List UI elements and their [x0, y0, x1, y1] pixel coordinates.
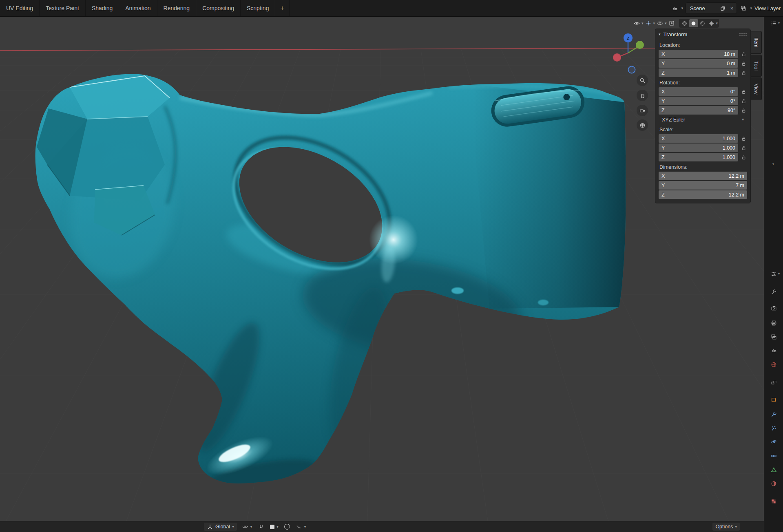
scale-y-field[interactable]: Y1.000 — [659, 143, 738, 152]
properties-editor-type-icon[interactable] — [769, 269, 778, 278]
tab-shading[interactable]: Shading — [86, 0, 119, 16]
tab-texture-paint[interactable]: Texture Paint — [40, 0, 86, 16]
axis-x-ball — [613, 53, 621, 62]
properties-tab-tool[interactable] — [769, 287, 778, 296]
chevron-down-icon[interactable]: ▾ — [653, 22, 655, 25]
collapse-arrow-icon[interactable]: ▾ — [772, 162, 774, 166]
properties-tab-output[interactable] — [769, 318, 778, 327]
rotation-mode-dropdown[interactable]: XYZ Euler ▾ — [659, 115, 747, 124]
view-layer-icon[interactable] — [739, 4, 748, 12]
proportional-falloff-dropdown[interactable]: ▾ — [295, 523, 307, 531]
chevron-down-icon: ▾ — [276, 525, 279, 529]
axis-x-line — [0, 48, 655, 51]
chevron-down-icon[interactable]: ▾ — [681, 7, 683, 10]
workspace-tabs: UV Editing Texture Paint Shading Animati… — [0, 0, 290, 16]
sidebar-tab-view[interactable]: View — [751, 77, 762, 100]
properties-tab-collection[interactable] — [769, 378, 778, 387]
scene-browse-icon[interactable] — [670, 4, 679, 12]
viewport-canvas[interactable] — [0, 16, 764, 532]
pivot-point-dropdown[interactable]: ▾ — [241, 523, 253, 531]
options-dropdown[interactable]: Options ▾ — [712, 523, 740, 531]
location-y-field[interactable]: Y0 m — [659, 59, 738, 68]
xray-toggle-icon[interactable] — [667, 19, 676, 28]
shading-rendered-icon[interactable] — [707, 19, 716, 27]
camera-view-button[interactable] — [637, 105, 648, 116]
lock-open-icon[interactable] — [740, 136, 747, 141]
rotation-x-field[interactable]: X0° — [659, 87, 738, 96]
unlink-scene-icon[interactable]: × — [730, 5, 734, 11]
properties-tab-material[interactable] — [769, 479, 778, 488]
axis-z-label: Z — [627, 36, 630, 41]
view-layer-name[interactable]: View Layer — [754, 5, 781, 11]
lock-open-icon[interactable] — [740, 108, 747, 113]
properties-tab-modifiers[interactable] — [769, 410, 778, 419]
add-workspace-button[interactable]: + — [275, 0, 289, 16]
proportional-editing-toggle[interactable] — [283, 523, 291, 531]
outliner-editor-icon[interactable] — [769, 19, 778, 28]
location-label: Location: — [659, 42, 746, 48]
chevron-down-icon: ▾ — [232, 525, 234, 529]
navigation-gizmo[interactable]: Z — [608, 24, 649, 77]
properties-tab-view-layer[interactable] — [769, 332, 778, 341]
mesh-object[interactable] — [35, 74, 626, 497]
lock-open-icon[interactable] — [740, 155, 747, 160]
tab-compositing[interactable]: Compositing — [196, 0, 241, 16]
viewport-3d[interactable]: ▾ ▾ ▾ ▾ Z ▾ Tra — [0, 16, 764, 532]
tab-scripting[interactable]: Scripting — [241, 0, 275, 16]
shading-material-icon[interactable] — [698, 19, 707, 27]
properties-tab-particles[interactable] — [769, 424, 778, 433]
scale-z-field[interactable]: Z1.000 — [659, 153, 738, 161]
pivot-icon — [242, 523, 248, 530]
properties-tab-texture[interactable] — [769, 497, 778, 506]
chevron-down-icon[interactable]: ▾ — [665, 22, 667, 25]
properties-tab-object-data[interactable] — [769, 465, 778, 474]
tab-uv-editing[interactable]: UV Editing — [0, 0, 40, 16]
perspective-toggle-button[interactable] — [637, 119, 648, 131]
lock-open-icon[interactable] — [740, 51, 747, 57]
lock-open-icon[interactable] — [740, 89, 747, 95]
properties-tab-constraints[interactable] — [769, 451, 778, 460]
panel-title: Transform — [664, 31, 688, 38]
right-rail: ▾ ▾ ▾ — [764, 16, 783, 532]
snap-toggle-button[interactable] — [257, 523, 265, 531]
chevron-down-icon[interactable]: ▾ — [778, 272, 780, 276]
chevron-down-icon[interactable]: ▾ — [750, 7, 752, 10]
lock-open-icon[interactable] — [740, 70, 747, 76]
shading-wireframe-icon[interactable] — [680, 19, 689, 27]
chevron-down-icon: ▾ — [250, 525, 252, 529]
scale-x-field[interactable]: X1.000 — [659, 134, 738, 143]
axis-y-ball — [636, 41, 644, 49]
new-scene-icon[interactable] — [719, 4, 727, 12]
dimensions-x-field[interactable]: X12.2 m — [659, 172, 747, 180]
properties-tab-scene[interactable] — [769, 346, 778, 355]
shading-solid-icon[interactable] — [689, 19, 698, 27]
properties-tab-render[interactable] — [769, 304, 778, 313]
chevron-down-icon[interactable]: ▾ — [716, 22, 718, 25]
tab-rendering[interactable]: Rendering — [157, 0, 197, 16]
location-z-field[interactable]: Z1 m — [659, 68, 738, 77]
lock-open-icon[interactable] — [740, 98, 747, 104]
zoom-button[interactable] — [637, 75, 648, 86]
lock-open-icon[interactable] — [740, 145, 747, 151]
sidebar-tab-tool[interactable]: Tool — [751, 55, 762, 77]
sidebar-tab-item[interactable]: Item — [751, 31, 762, 54]
transform-panel-header[interactable]: ▾ Transform — [655, 29, 750, 40]
overlays-toggle-icon[interactable] — [655, 19, 664, 28]
scene-name-field[interactable]: Scene × — [686, 2, 737, 14]
properties-tab-world[interactable] — [769, 360, 778, 369]
chevron-down-icon[interactable]: ▾ — [778, 21, 780, 25]
panel-grip-icon[interactable] — [739, 33, 747, 36]
properties-tab-physics[interactable] — [769, 437, 778, 446]
lock-open-icon[interactable] — [740, 61, 747, 66]
rotation-y-field[interactable]: Y0° — [659, 97, 738, 105]
rotation-z-field[interactable]: Z90° — [659, 106, 738, 115]
snap-target-dropdown[interactable]: ▾ — [269, 523, 279, 531]
collapse-triangle-icon[interactable]: ▾ — [659, 32, 661, 36]
tab-animation[interactable]: Animation — [119, 0, 157, 16]
properties-tab-object[interactable] — [769, 395, 778, 404]
location-x-field[interactable]: X18 m — [659, 50, 738, 58]
dimensions-y-field[interactable]: Y7 m — [659, 181, 747, 190]
pan-hand-button[interactable] — [637, 90, 648, 101]
dimensions-z-field[interactable]: Z12.2 m — [659, 190, 747, 199]
transform-orientation-dropdown[interactable]: Global ▾ — [204, 523, 237, 531]
